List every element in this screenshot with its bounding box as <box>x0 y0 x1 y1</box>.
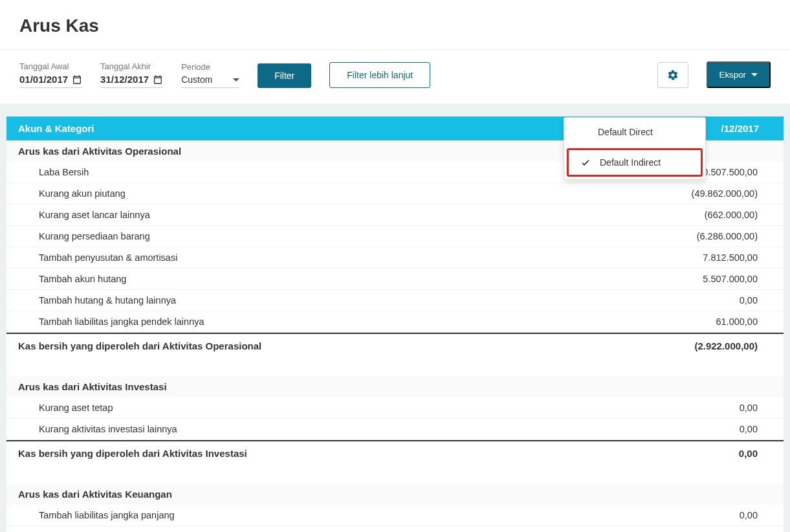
filter-bar: Tanggal Awal 01/01/2017 Tanggal Akhir 31… <box>0 50 790 104</box>
settings-button[interactable] <box>657 62 688 88</box>
section-total-row: Kas bersih yang diperoleh dari Aktivitas… <box>6 333 784 358</box>
row-label: Kurang aktivitas investasi lainnya <box>6 419 589 439</box>
row-label: Tambah ekuitas <box>6 526 589 532</box>
table-row[interactable]: Tambah penyusutan & amortisasi7.812.500,… <box>6 247 784 269</box>
check-icon <box>580 157 591 168</box>
calendar-icon <box>153 74 163 85</box>
table-row[interactable]: Kurang akun piutang(49.862.000,00) <box>6 183 784 205</box>
row-label: Kurang akun piutang <box>6 183 589 204</box>
table-row[interactable]: Tambah liabilitas jangka panjang0,00 <box>6 505 784 526</box>
start-date-input[interactable]: 01/01/2017 <box>19 74 82 88</box>
start-date-field-group: Tanggal Awal 01/01/2017 <box>19 61 82 88</box>
filter-button[interactable]: Filter <box>258 63 311 88</box>
section-title: Arus kas dari Aktivitas Keuangan <box>6 483 784 505</box>
total-value: 0,00 <box>589 441 784 465</box>
row-label: Kurang persediaan barang <box>6 226 589 247</box>
row-value: 0,00 <box>589 505 784 526</box>
gear-icon <box>667 69 679 81</box>
row-value: (662.000,00) <box>589 205 784 225</box>
table-row[interactable]: Tambah hutang & hutang lainnya0,00 <box>6 290 784 311</box>
row-value: (6.286.000,00) <box>589 226 784 247</box>
row-label: Tambah liabilitas jangka panjang <box>6 505 589 526</box>
row-label: Tambah hutang & hutang lainnya <box>6 290 589 311</box>
total-label: Kas bersih yang diperoleh dari Aktivitas… <box>6 334 589 358</box>
caret-down-icon <box>233 78 239 82</box>
end-date-input[interactable]: 31/12/2017 <box>100 74 163 88</box>
row-value: 0,00 <box>589 419 784 439</box>
row-value: 0,00 <box>589 290 784 311</box>
page-title: Arus Kas <box>19 16 771 36</box>
table-row[interactable]: Kurang aktivitas investasi lainnya0,00 <box>6 419 784 440</box>
section-gap <box>6 465 784 483</box>
row-value: 7.812.500,00 <box>589 247 784 268</box>
row-label: Tambah penyusutan & amortisasi <box>6 247 589 268</box>
page-header: Arus Kas <box>0 0 790 50</box>
export-label: Ekspor <box>719 70 746 80</box>
row-value: 5.507.000,00 <box>589 269 784 289</box>
row-value: 0,00 <box>589 397 784 418</box>
end-date-value: 31/12/2017 <box>100 74 149 85</box>
end-date-label: Tanggal Akhir <box>100 61 163 71</box>
period-label: Periode <box>181 62 239 72</box>
row-label: Laba Bersih <box>6 162 589 183</box>
table-row[interactable]: Tambah akun hutang5.507.000,00 <box>6 269 784 290</box>
section-total-row: Kas bersih yang diperoleh dari Aktivitas… <box>6 440 784 465</box>
row-value: 350.700.000,00 <box>589 526 784 532</box>
settings-dropdown: Default Direct Default Indirect <box>564 117 706 180</box>
start-date-label: Tanggal Awal <box>19 61 82 71</box>
export-button[interactable]: Ekspor <box>707 61 771 88</box>
table-row[interactable]: Kurang persediaan barang(6.286.000,00) <box>6 226 784 247</box>
more-filter-button[interactable]: Filter lebih lanjut <box>329 62 430 88</box>
total-label: Kas bersih yang diperoleh dari Aktivitas… <box>6 441 589 465</box>
table-row[interactable]: Kurang aset tetap0,00 <box>6 397 784 419</box>
row-label: Tambah liabilitas jangka pendek lainnya <box>6 311 589 332</box>
period-select[interactable]: Custom <box>181 74 239 88</box>
header-account-category: Akun & Kategori <box>6 116 661 140</box>
default-indirect-option[interactable]: Default Indirect <box>567 148 703 177</box>
row-value: 61.000,00 <box>589 311 784 332</box>
section-title: Arus kas dari Aktivitas Investasi <box>6 376 784 397</box>
total-value: (2.922.000,00) <box>589 334 784 358</box>
table-row[interactable]: Tambah liabilitas jangka pendek lainnya6… <box>6 311 784 333</box>
row-label: Kurang aset lancar lainnya <box>6 205 589 225</box>
caret-down-icon <box>751 73 758 76</box>
row-value: (49.862.000,00) <box>589 183 784 204</box>
end-date-field-group: Tanggal Akhir 31/12/2017 <box>100 61 163 88</box>
section-gap <box>6 358 784 376</box>
table-row[interactable]: Kurang aset lancar lainnya(662.000,00) <box>6 205 784 226</box>
start-date-value: 01/01/2017 <box>19 74 68 85</box>
table-row[interactable]: Tambah ekuitas350.700.000,00 <box>6 526 784 532</box>
period-value: Custom <box>181 74 212 85</box>
calendar-icon <box>72 74 82 85</box>
row-label: Tambah akun hutang <box>6 269 589 289</box>
period-field-group: Periode Custom <box>181 62 239 88</box>
row-label: Kurang aset tetap <box>6 397 589 418</box>
default-indirect-label: Default Indirect <box>600 157 661 168</box>
default-direct-option[interactable]: Default Direct <box>564 118 705 146</box>
